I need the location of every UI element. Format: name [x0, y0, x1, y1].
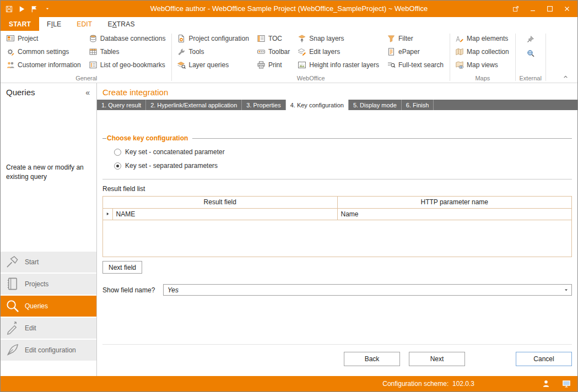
sidebar-item-queries[interactable]: Queries [1, 296, 96, 317]
maximize-icon [546, 5, 554, 13]
ribbon-group-separator [515, 34, 516, 81]
ribbon-item-project[interactable]: Project [3, 32, 85, 45]
ribbon-group-label: WebOffice [174, 74, 448, 83]
sidebar-item-edit-configuration[interactable]: Edit configuration [1, 340, 96, 361]
user-button[interactable] [542, 379, 550, 388]
titlebar: WebOffice author - WebOffice Sample Proj… [1, 1, 577, 17]
ribbon-item-project-configuration[interactable]: Project configuration [174, 32, 253, 45]
main-panel: Create integration 1. Query result 2. Hy… [97, 83, 577, 376]
discard-button[interactable] [28, 2, 41, 15]
ribbon-group-label: External [517, 74, 544, 83]
tab-extras[interactable]: EXTRAS [100, 17, 142, 31]
ribbon-item-print[interactable]: Print [253, 58, 294, 72]
wizard-step-key-configuration[interactable]: 4. Key configuration [286, 100, 349, 110]
ribbon-group-external: External [516, 32, 545, 83]
ribbon-item-layer-queries[interactable]: Layer queries [174, 58, 253, 72]
qat-menu-button[interactable] [41, 2, 53, 15]
quick-access-toolbar [3, 1, 53, 17]
map-views-icon [455, 61, 464, 69]
ribbon-item-map-elements[interactable]: Map elements [452, 32, 514, 45]
close-button[interactable] [558, 1, 575, 17]
content-area: Queries « Create a new or modify an exis… [1, 83, 577, 376]
ribbon-item-toolbar[interactable]: Toolbar [253, 45, 294, 58]
ribbon-item-full-text-search[interactable]: Full-text search [383, 58, 448, 72]
maximize-button[interactable] [541, 1, 558, 17]
radio-key-set-concatenated[interactable]: Key set - concatenated parameter [114, 148, 572, 156]
sidebar-item-edit[interactable]: Edit [1, 318, 96, 339]
show-field-name-label: Show field name? [102, 286, 163, 294]
close-icon [563, 5, 571, 13]
configuration-scheme-text: Configuration scheme: 102.0.3 [382, 380, 474, 388]
ribbon-item-tables[interactable]: Tables [85, 45, 170, 58]
ribbon-item-database-connections[interactable]: Database connections [85, 32, 170, 45]
ribbon-collapse-button[interactable] [559, 72, 572, 81]
ribbon-item-pin[interactable] [517, 32, 544, 46]
ribbon-item-map-views[interactable]: Map views [452, 58, 514, 72]
ribbon-item-tools[interactable]: Tools [174, 45, 253, 58]
back-button[interactable]: Back [344, 352, 400, 366]
ribbon-item-customer-information[interactable]: Customer information [3, 58, 85, 72]
tab-label: FILE [47, 20, 61, 28]
cell-result-field[interactable]: NAME [112, 208, 337, 220]
table-row[interactable]: NAME Name [103, 208, 571, 220]
play-icon [18, 5, 26, 13]
key-configuration-group: Choose key configuration [102, 134, 572, 142]
sidebar-item-projects[interactable]: Projects [1, 274, 96, 295]
tab-edit[interactable]: EDIT [69, 17, 100, 31]
snap-layers-icon [298, 34, 306, 43]
toolbar-icon [257, 47, 266, 56]
external-search-icon [526, 49, 535, 58]
geo-bookmarks-icon [89, 61, 98, 69]
ribbon-item-filter[interactable]: Filter [383, 32, 448, 45]
chevron-down-icon [45, 6, 50, 12]
wizard-step-display-mode[interactable]: 5. Display mode [349, 100, 402, 110]
cell-http-parameter-name[interactable]: Name [337, 208, 571, 220]
tables-icon [89, 47, 98, 56]
tab-file[interactable]: FILE [39, 17, 69, 31]
dropdown-value: Yes [168, 286, 563, 294]
wizard-step-properties[interactable]: 3. Properties [242, 100, 285, 110]
radio-unchecked-icon [114, 149, 121, 156]
edit-icon [5, 320, 20, 335]
radio-key-set-separated[interactable]: Key set - separated parameters [114, 162, 572, 170]
window-title: WebOffice author - WebOffice Sample Proj… [150, 1, 428, 17]
ribbon-item-label: Tables [100, 48, 120, 56]
ribbon-item-epaper[interactable]: ePaper [383, 45, 448, 58]
ribbon-item-common-settings[interactable]: Common settings [3, 45, 85, 58]
ribbon-item-edit-layers[interactable]: Edit layers [294, 45, 383, 58]
ribbon-item-external-search[interactable] [517, 46, 544, 61]
cancel-button[interactable]: Cancel [516, 352, 572, 366]
ribbon-item-snap-layers[interactable]: Snap layers [294, 32, 383, 45]
wizard-step-query-result[interactable]: 1. Query result [97, 100, 146, 110]
ribbon-item-list-of-geo-bookmarks[interactable]: List of geo-bookmarks [85, 58, 170, 72]
ribbon-tab-bar: START FILE EDIT EXTRAS [1, 17, 577, 31]
ribbon-item-label: Map collection [467, 48, 509, 56]
ribbon-item-height-info-raster-layers[interactable]: Height info raster layers [294, 58, 383, 72]
show-field-name-dropdown[interactable]: Yes [163, 284, 572, 296]
height-info-raster-layers-icon [298, 61, 306, 69]
ribbon-item-toc[interactable]: TOC [253, 32, 294, 45]
monitor-button[interactable] [562, 379, 571, 388]
wizard-step-hyperlink-external-application[interactable]: 2. Hyperlink/External application [146, 100, 242, 110]
next-field-button[interactable]: Next field [102, 261, 142, 274]
chevron-down-icon [563, 287, 569, 293]
start-preview-button[interactable] [15, 2, 28, 15]
start-icon [5, 254, 20, 269]
tab-start[interactable]: START [1, 17, 39, 31]
wizard-step-finish[interactable]: 6. Finish [402, 100, 434, 110]
ribbon-item-label: Filter [398, 35, 413, 42]
sidebar-item-start[interactable]: Start [1, 252, 96, 273]
sidebar-description: Create a new or modify an existing query [6, 163, 90, 182]
ribbon-item-label: Project configuration [188, 35, 249, 42]
ribbon-group-weboffice: Project configuration Tools Layer querie… [172, 32, 449, 83]
minimize-button[interactable] [524, 1, 541, 17]
result-field-list-label: Result field list [102, 185, 572, 193]
popout-button[interactable] [507, 1, 524, 17]
next-button[interactable]: Next [409, 352, 465, 366]
save-button[interactable] [3, 2, 15, 15]
minimize-icon [529, 5, 537, 13]
ribbon-item-label: ePaper [398, 48, 420, 56]
sidebar-collapse-button[interactable]: « [84, 88, 91, 97]
ribbon-group-maps: Map elements Map collection Map views Ma… [451, 32, 515, 83]
ribbon-item-map-collection[interactable]: Map collection [452, 45, 514, 58]
